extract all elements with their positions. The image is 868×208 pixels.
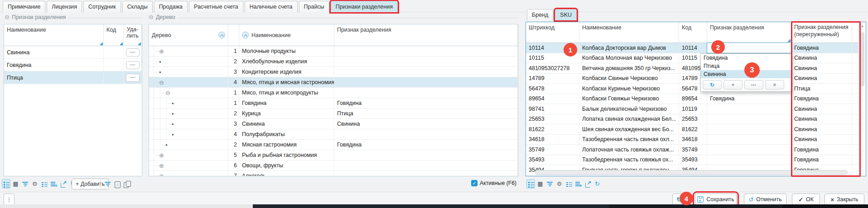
tree-node-icon[interactable]: ⊕ <box>159 173 164 177</box>
horizontal-scrollbar[interactable] <box>535 170 848 175</box>
active-checkbox[interactable]: ✓ <box>471 180 477 186</box>
save-button[interactable]: Сохранить <box>695 194 737 205</box>
close-button[interactable]: × Закрыть <box>825 194 864 205</box>
list-settings-icon[interactable] <box>2 179 10 189</box>
external-link-icon[interactable] <box>59 179 68 189</box>
tree-node-icon[interactable]: ⊖ <box>165 90 170 96</box>
sort-ascending-icon[interactable] <box>218 32 225 38</box>
sku-row[interactable]: 35493 Тазобедренная часть говяжья ох... … <box>526 155 866 165</box>
column-header-name[interactable]: Наименование <box>4 24 104 46</box>
tree-node-icon[interactable]: ● <box>172 112 174 116</box>
sku-row[interactable]: 10114 Колбаса Докторская вар Дымов 10114… <box>526 43 866 53</box>
tree-row[interactable]: ● 2 Мясная гастрономия Говядина <box>149 140 518 150</box>
flag-cell[interactable] <box>707 145 791 155</box>
tree-row[interactable]: ● 3 Свинина Свинина <box>149 119 518 129</box>
main-tab[interactable]: Продажа <box>154 1 188 12</box>
filter-icon[interactable] <box>21 179 29 189</box>
tree-node-icon[interactable]: ⊖ <box>159 79 164 86</box>
tree-row[interactable]: ● 1 Говядина Говядина <box>149 98 518 109</box>
tree-row[interactable]: ⊕ 6 Овощи, фрукты <box>149 161 518 171</box>
column-header-flag[interactable]: Признак разделения <box>707 22 791 43</box>
delete-row-button[interactable]: — <box>126 61 140 69</box>
sku-tab[interactable]: SKU <box>555 9 577 20</box>
tree-row[interactable]: ● 2 Хлебобулочные изделия <box>149 57 518 67</box>
refresh-icon[interactable]: ↻ <box>703 80 722 90</box>
column-header-code[interactable]: Код <box>679 22 707 43</box>
external-link-icon[interactable] <box>583 179 592 189</box>
tree-row[interactable]: ● 4 Полуфабрикаты <box>149 129 518 140</box>
sku-row[interactable]: 25653 Лопатка свиная охлажденная Бел... … <box>526 114 866 125</box>
delete-row-button[interactable]: — <box>126 74 140 82</box>
tree-row[interactable]: ⊖ 4 Мясо, птица и мясная гастрономия <box>149 77 518 88</box>
flag-cell[interactable]: Говядина <box>707 94 791 104</box>
cancel-button[interactable]: ↺ Отменить <box>744 194 786 205</box>
tree-node-icon[interactable]: ● <box>172 122 174 126</box>
tree-node-icon[interactable]: ● <box>165 143 168 147</box>
flag-cell[interactable] <box>707 155 791 165</box>
flag-cell[interactable] <box>707 104 791 114</box>
main-tab[interactable]: Лицензия <box>47 1 82 12</box>
column-header-number[interactable] <box>228 24 239 46</box>
tree-node-icon[interactable]: ● <box>159 70 161 74</box>
main-tab[interactable]: Наличные счета <box>245 1 298 12</box>
main-tab[interactable]: Прайсы <box>299 1 329 12</box>
grid-icon[interactable]: ▦ <box>11 179 20 189</box>
ok-button[interactable]: ✓ ОК <box>792 194 820 205</box>
tree-row[interactable]: ⊕ 7 Алкоголь <box>149 171 518 176</box>
gear-icon[interactable]: ⚙ <box>555 179 564 189</box>
collapse-icon[interactable]: ⊖ <box>149 14 154 20</box>
sku-tab[interactable]: Бренд <box>527 9 553 20</box>
column-header-name[interactable]: Наименование <box>239 24 334 46</box>
tree-node-icon[interactable]: ⊕ <box>159 48 164 55</box>
sku-row[interactable]: 14789 Колбаски Свиные Черкизово 14789 Св… <box>526 74 866 84</box>
tree-row[interactable]: ⊕ 5 Рыба и рыбная гастрономия <box>149 150 518 161</box>
flag-edit-input[interactable] <box>707 43 791 53</box>
tree-node-icon[interactable]: ● <box>172 132 174 137</box>
tree-row[interactable]: ● 2 Курица Птица <box>149 109 518 119</box>
expand-all-icon[interactable] <box>122 179 131 189</box>
sku-row[interactable]: 98741 Балык деликатесный Черкизово 10119… <box>526 104 866 114</box>
sku-row[interactable]: 10115 Колбаса Молочная вар Черкизово 101… <box>526 53 866 64</box>
sku-row[interactable]: 34618 Тазобедренная часть свиная охл... … <box>526 135 866 145</box>
sort-ascending-icon[interactable] <box>242 32 249 38</box>
tree-row[interactable]: ⊖ 1 Мясо, птица и мясопродукты <box>149 88 518 98</box>
numbered-list-icon[interactable] <box>564 179 573 189</box>
tree-node-icon[interactable]: ⊕ <box>159 152 164 159</box>
dropdown-item[interactable]: Птица <box>701 62 791 70</box>
list-add-icon[interactable] <box>574 179 583 189</box>
main-tab[interactable]: Примечание <box>3 1 45 12</box>
dropdown-item[interactable]: Говядина <box>701 54 791 62</box>
collapse-all-icon[interactable] <box>113 179 121 189</box>
main-tab[interactable]: Расчетные счета <box>189 1 243 12</box>
numbered-list-icon[interactable] <box>40 179 48 189</box>
filter-icon[interactable] <box>545 179 554 189</box>
dropdown-item[interactable]: Свинина <box>701 70 791 78</box>
tree-row[interactable]: ● 3 Кондитерские изделия <box>149 67 518 77</box>
tree-node-icon[interactable]: ● <box>172 101 174 105</box>
sku-row[interactable]: 4810953027278 Ветчина домашняя 350 гр Че… <box>526 63 866 74</box>
column-header-barcode[interactable]: Штрихкод <box>526 22 579 43</box>
main-tab[interactable]: Склады <box>122 1 153 12</box>
vertical-scrollbar[interactable]: ▲ <box>858 22 866 176</box>
column-header-flag[interactable]: Признак разделения <box>334 24 518 46</box>
sku-row[interactable]: 89654 Колбаски Говяжьи Черкизово 89654 Г… <box>526 94 866 104</box>
sku-row[interactable]: 81622 Шея свиная охлажденная вес Бо... 8… <box>526 124 866 135</box>
menu-kebab-button[interactable]: ⋮ <box>4 194 14 205</box>
tree-node-icon[interactable]: ● <box>159 60 161 64</box>
column-header-delete[interactable]: Уда-лить <box>124 24 142 46</box>
add-icon[interactable]: + <box>723 80 743 90</box>
column-header-tree[interactable]: Дерево <box>149 24 228 46</box>
flag-cell[interactable] <box>707 135 791 145</box>
scrollbar-thumb[interactable] <box>860 32 864 86</box>
delete-row-button[interactable]: — <box>126 48 140 57</box>
tree-row[interactable]: ⊕ 1 Молочные продукты <box>149 46 518 57</box>
sku-row[interactable]: 56478 Колбаски Куриные Черкизово 56478 П… <box>526 84 866 94</box>
scroll-up-icon[interactable]: ▲ <box>859 24 866 28</box>
list-add-icon[interactable] <box>49 179 58 189</box>
flag-cell[interactable] <box>707 124 791 134</box>
table-row[interactable]: Свинина — <box>4 46 142 59</box>
column-header-code[interactable]: Код <box>104 24 124 46</box>
grid-icon[interactable]: ▦ <box>536 179 545 189</box>
sync-icon[interactable]: ↻ <box>593 179 602 189</box>
flag-cell[interactable] <box>707 114 791 124</box>
